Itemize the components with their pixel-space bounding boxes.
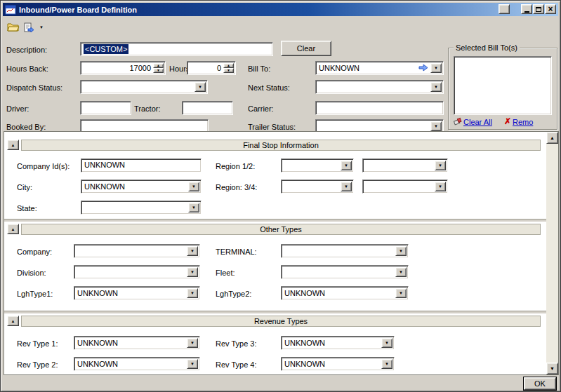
- next-status-label: Next Status:: [248, 83, 290, 93]
- close-icon: ×: [548, 5, 553, 13]
- region-1-combobox[interactable]: ▼: [281, 158, 354, 173]
- bill-to-combobox[interactable]: UNKNOWN ▼: [315, 61, 444, 75]
- rev-type-2-combobox[interactable]: UNKNOWN ▼: [74, 357, 200, 371]
- division-combobox[interactable]: ▼: [74, 265, 200, 279]
- vertical-scrollbar[interactable]: ▲ ▼: [546, 132, 558, 374]
- company-dropdown-button[interactable]: ▼: [187, 246, 198, 256]
- rev-type-1-value: UNKNOWN: [77, 339, 118, 347]
- bill-to-label: Bill To:: [248, 64, 270, 74]
- next-status-dropdown-button[interactable]: ▼: [430, 82, 442, 92]
- lghtype2-combobox[interactable]: UNKNOWN ▼: [281, 286, 409, 300]
- company-label: Company:: [17, 247, 52, 257]
- chevron-down-icon: ▼: [385, 362, 389, 366]
- scroll-down-icon: ▼: [550, 366, 555, 371]
- company-ids-input[interactable]: UNKNOWN: [81, 158, 202, 173]
- state-combobox[interactable]: ▼: [81, 201, 202, 215]
- state-dropdown-button[interactable]: ▼: [188, 203, 199, 212]
- city-value: UNKNOWN: [84, 182, 125, 191]
- remove-link[interactable]: Remo: [513, 118, 533, 126]
- region-4-dropdown-button[interactable]: ▼: [435, 182, 446, 191]
- region-3-combobox[interactable]: ▼: [281, 180, 354, 194]
- region-2-combobox[interactable]: ▼: [362, 158, 448, 173]
- bill-to-dropdown-button[interactable]: ▼: [430, 63, 442, 73]
- rev-type-1-combobox[interactable]: UNKNOWN ▼: [74, 336, 200, 350]
- maximize-button[interactable]: [533, 4, 544, 14]
- rev-type-1-dropdown-button[interactable]: ▼: [187, 338, 198, 348]
- dispatch-status-dropdown-button[interactable]: ▼: [194, 82, 206, 92]
- selected-bill-tos-listbox[interactable]: [454, 56, 552, 115]
- region-3-dropdown-button[interactable]: ▼: [341, 182, 352, 191]
- rev-type-2-dropdown-button[interactable]: ▼: [187, 359, 198, 369]
- rev-type-3-combobox[interactable]: UNKNOWN ▼: [281, 336, 395, 350]
- clear-all-link[interactable]: Clear All: [463, 118, 492, 126]
- hours-back-input[interactable]: 17000 ▲ ▼: [80, 61, 166, 75]
- lghtype1-dropdown-button[interactable]: ▼: [187, 288, 198, 298]
- fleet-dropdown-button[interactable]: ▼: [395, 267, 407, 277]
- description-input[interactable]: <CUSTOM>: [80, 42, 273, 56]
- hours-back-spin-up-button[interactable]: ▲: [153, 63, 164, 68]
- ok-button[interactable]: OK: [524, 377, 556, 390]
- region-1-dropdown-button[interactable]: ▼: [341, 161, 352, 170]
- dispatch-status-label: Dispatch Status:: [6, 83, 62, 93]
- scroll-up-button[interactable]: ▲: [546, 132, 558, 144]
- minimize-button[interactable]: [521, 4, 532, 14]
- company-combobox[interactable]: ▼: [74, 244, 200, 258]
- close-button[interactable]: ×: [545, 4, 556, 14]
- fleet-combobox[interactable]: ▼: [281, 265, 409, 279]
- hours-out-spin-up-button[interactable]: ▲: [223, 63, 234, 68]
- rev-type-4-dropdown-button[interactable]: ▼: [381, 359, 392, 369]
- rev-type-4-label: Rev Type 4:: [216, 360, 257, 370]
- dispatch-status-combobox[interactable]: ▼: [80, 80, 208, 94]
- bill-to-arrow-icon[interactable]: [418, 64, 428, 72]
- carrier-input[interactable]: [315, 101, 444, 115]
- page-title: Inbound/Power Board Definition: [19, 6, 137, 14]
- toolbar-overflow-icon: ▼: [39, 25, 44, 29]
- description-value: <CUSTOM>: [84, 44, 128, 54]
- folder-open-icon: [7, 22, 20, 32]
- spin-down-icon: ▼: [157, 69, 160, 72]
- hours-out-input[interactable]: 0 ▲ ▼: [187, 61, 236, 75]
- window-extra-button[interactable]: [499, 4, 510, 14]
- region-4-combobox[interactable]: ▼: [362, 180, 448, 194]
- rev-type-3-dropdown-button[interactable]: ▼: [381, 338, 392, 348]
- hours-out-spin-down-button[interactable]: ▼: [223, 68, 234, 73]
- division-dropdown-button[interactable]: ▼: [187, 267, 198, 277]
- tractor-input[interactable]: [182, 101, 233, 115]
- collapse-final-stop-button[interactable]: ▲: [7, 140, 19, 150]
- scroll-up-icon: ▲: [550, 135, 555, 140]
- chevron-down-icon: ▼: [190, 270, 194, 274]
- lghtype1-label: LghType1:: [17, 289, 53, 299]
- clear-button[interactable]: Clear: [281, 41, 331, 56]
- region-2-dropdown-button[interactable]: ▼: [435, 161, 446, 170]
- section-title: Other Types: [260, 225, 302, 234]
- chevron-down-icon: ▼: [399, 291, 403, 295]
- section-divider: [4, 219, 546, 222]
- chevron-down-icon: ▼: [192, 184, 196, 189]
- terminal-dropdown-button[interactable]: ▼: [395, 246, 407, 256]
- open-button[interactable]: [5, 20, 21, 35]
- terminal-combobox[interactable]: ▼: [281, 244, 409, 258]
- lghtype2-dropdown-button[interactable]: ▼: [395, 288, 407, 298]
- trailer-status-dropdown-button[interactable]: ▼: [430, 121, 442, 131]
- chevron-up-icon: ▲: [11, 319, 15, 323]
- city-dropdown-button[interactable]: ▼: [188, 182, 199, 191]
- scroll-down-button[interactable]: ▼: [546, 363, 558, 374]
- city-combobox[interactable]: UNKNOWN ▼: [81, 180, 202, 194]
- hours-back-spin-down-button[interactable]: ▼: [153, 68, 164, 73]
- clear-button-label: Clear: [297, 44, 315, 53]
- remove-x-icon: ✗: [504, 117, 511, 126]
- driver-input[interactable]: [80, 101, 131, 115]
- next-status-combobox[interactable]: ▼: [315, 80, 444, 94]
- lghtype2-label: LghType2:: [216, 289, 251, 299]
- toolbar-overflow-button[interactable]: ▼: [37, 22, 46, 33]
- rev-type-4-combobox[interactable]: UNKNOWN ▼: [281, 357, 395, 371]
- import-button[interactable]: [21, 20, 37, 35]
- description-label: Description:: [6, 45, 47, 55]
- hours-back-label: Hours Back:: [6, 64, 48, 74]
- bill-to-value: UNKNOWN: [319, 64, 359, 72]
- collapse-other-types-button[interactable]: ▲: [7, 224, 19, 234]
- lghtype1-combobox[interactable]: UNKNOWN ▼: [74, 286, 200, 300]
- chevron-down-icon: ▼: [190, 362, 194, 366]
- collapse-revenue-types-button[interactable]: ▲: [7, 316, 19, 326]
- title-bar[interactable]: Inbound/Power Board Definition: [3, 3, 558, 16]
